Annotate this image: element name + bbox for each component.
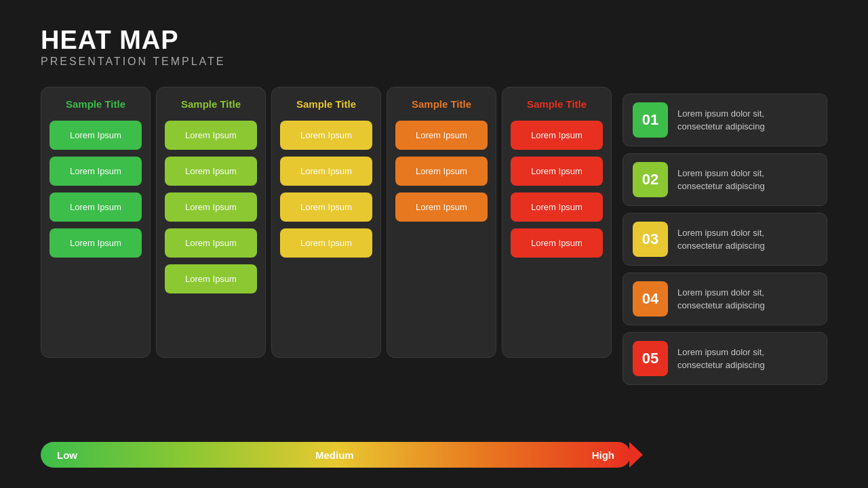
scale-bar-area: Low Medium High bbox=[41, 442, 631, 468]
column-1-item-1[interactable]: Lorem Ipsum bbox=[50, 121, 142, 150]
scale-high: High bbox=[592, 449, 614, 461]
column-card-4: Sample TitleLorem IpsumLorem IpsumLorem … bbox=[387, 87, 496, 358]
legend-item-3: 03Lorem ipsum dolor sit,consectetur adip… bbox=[623, 213, 827, 266]
column-title-2: Sample Title bbox=[165, 98, 257, 110]
column-3-item-4[interactable]: Lorem Ipsum bbox=[280, 228, 372, 258]
legend-badge-4: 04 bbox=[633, 281, 668, 317]
page-subtitle: PRESENTATION TEMPLATE bbox=[41, 56, 827, 68]
column-title-4: Sample Title bbox=[395, 98, 488, 110]
column-2-item-4[interactable]: Lorem Ipsum bbox=[165, 228, 257, 258]
legend-badge-2: 02 bbox=[633, 162, 668, 197]
scale-low: Low bbox=[57, 449, 77, 461]
column-card-2: Sample TitleLorem IpsumLorem IpsumLorem … bbox=[156, 87, 266, 358]
main-content: Sample TitleLorem IpsumLorem IpsumLorem … bbox=[41, 87, 827, 385]
column-card-1: Sample TitleLorem IpsumLorem IpsumLorem … bbox=[41, 87, 151, 358]
column-4-item-2[interactable]: Lorem Ipsum bbox=[395, 157, 488, 186]
scale-bar: Low Medium High bbox=[41, 442, 631, 468]
header: HEAT MAP PRESENTATION TEMPLATE bbox=[41, 27, 827, 68]
column-1-item-3[interactable]: Lorem Ipsum bbox=[50, 192, 142, 222]
legend-text-3: Lorem ipsum dolor sit,consectetur adipis… bbox=[677, 226, 765, 253]
column-3-item-1[interactable]: Lorem Ipsum bbox=[280, 121, 372, 150]
column-card-3: Sample TitleLorem IpsumLorem IpsumLorem … bbox=[271, 87, 381, 358]
column-2-item-5[interactable]: Lorem Ipsum bbox=[165, 264, 257, 293]
legend-area: 01Lorem ipsum dolor sit,consectetur adip… bbox=[623, 94, 827, 385]
legend-badge-5: 05 bbox=[633, 341, 668, 376]
legend-badge-1: 01 bbox=[633, 102, 668, 138]
column-2-item-3[interactable]: Lorem Ipsum bbox=[165, 192, 257, 222]
legend-text-1: Lorem ipsum dolor sit,consectetur adipis… bbox=[677, 107, 765, 134]
page-title: HEAT MAP bbox=[41, 27, 827, 53]
column-1-item-2[interactable]: Lorem Ipsum bbox=[50, 157, 142, 186]
scale-medium: Medium bbox=[315, 449, 354, 461]
legend-item-4: 04Lorem ipsum dolor sit,consectetur adip… bbox=[623, 272, 827, 325]
column-card-5: Sample TitleLorem IpsumLorem IpsumLorem … bbox=[502, 87, 612, 358]
legend-item-5: 05Lorem ipsum dolor sit,consectetur adip… bbox=[623, 332, 827, 385]
column-2-item-1[interactable]: Lorem Ipsum bbox=[165, 121, 257, 150]
legend-badge-3: 03 bbox=[633, 222, 668, 257]
column-title-1: Sample Title bbox=[50, 98, 142, 110]
page: HEAT MAP PRESENTATION TEMPLATE Sample Ti… bbox=[0, 0, 868, 488]
column-5-item-3[interactable]: Lorem Ipsum bbox=[511, 192, 603, 222]
column-4-item-3[interactable]: Lorem Ipsum bbox=[395, 192, 488, 222]
column-5-item-1[interactable]: Lorem Ipsum bbox=[511, 121, 603, 150]
column-3-item-2[interactable]: Lorem Ipsum bbox=[280, 157, 372, 186]
column-3-item-3[interactable]: Lorem Ipsum bbox=[280, 192, 372, 222]
column-1-item-4[interactable]: Lorem Ipsum bbox=[50, 228, 142, 258]
legend-text-4: Lorem ipsum dolor sit,consectetur adipis… bbox=[677, 286, 765, 312]
column-5-item-2[interactable]: Lorem Ipsum bbox=[511, 157, 603, 186]
columns-area: Sample TitleLorem IpsumLorem IpsumLorem … bbox=[41, 87, 612, 358]
column-5-item-4[interactable]: Lorem Ipsum bbox=[511, 228, 603, 258]
legend-text-2: Lorem ipsum dolor sit,consectetur adipis… bbox=[677, 167, 765, 193]
column-title-5: Sample Title bbox=[511, 98, 603, 110]
column-4-item-1[interactable]: Lorem Ipsum bbox=[395, 121, 488, 150]
legend-text-5: Lorem ipsum dolor sit,consectetur adipis… bbox=[677, 346, 765, 372]
column-2-item-2[interactable]: Lorem Ipsum bbox=[165, 157, 257, 186]
legend-item-2: 02Lorem ipsum dolor sit,consectetur adip… bbox=[623, 153, 827, 206]
column-title-3: Sample Title bbox=[280, 98, 372, 110]
legend-item-1: 01Lorem ipsum dolor sit,consectetur adip… bbox=[623, 94, 827, 146]
